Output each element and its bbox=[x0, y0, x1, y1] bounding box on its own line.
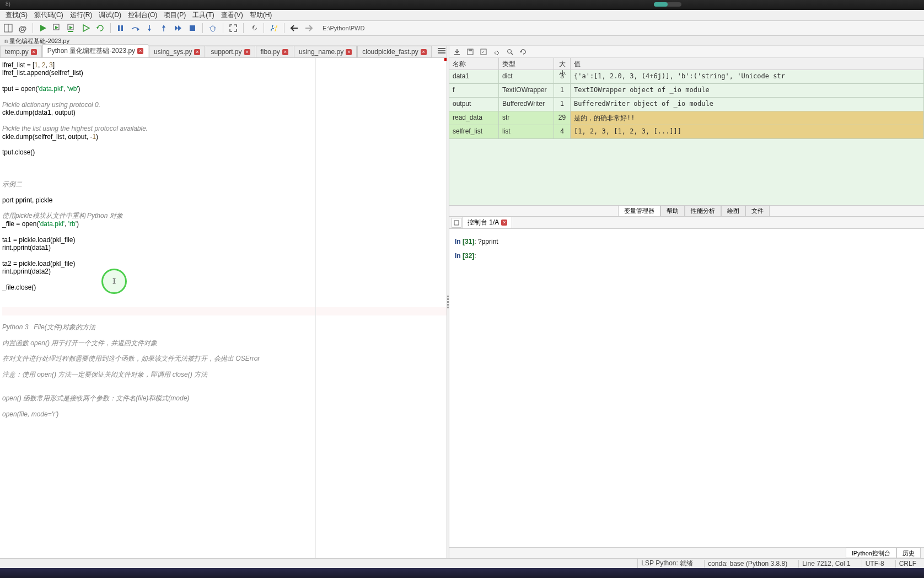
menu-source[interactable]: 源代码(C) bbox=[31, 9, 67, 21]
close-icon[interactable]: × bbox=[244, 49, 250, 55]
svg-marker-9 bbox=[96, 27, 99, 29]
editor-tab-using-name[interactable]: using_name.py× bbox=[294, 46, 357, 57]
run-cell-advance-icon[interactable] bbox=[66, 22, 78, 34]
pane-icon[interactable] bbox=[2, 22, 14, 34]
debug-stop-icon[interactable] bbox=[186, 22, 198, 34]
maximize-icon[interactable] bbox=[227, 22, 239, 34]
tab-perf[interactable]: 性能分析 bbox=[685, 205, 721, 217]
code-editor[interactable]: lfref_list = [1, 2, 3]lfref_list.append(… bbox=[0, 58, 447, 558]
editor-pane: temp.py× Python 量化编程基础-2023.py× using_sy… bbox=[0, 46, 447, 558]
svg-marker-16 bbox=[162, 25, 165, 28]
menu-project[interactable]: 项目(P) bbox=[160, 9, 189, 21]
var-toolbar bbox=[449, 46, 924, 58]
var-table: 名称 类型 大小 值 data1dict3{'a':[1, 2.0, 3, (4… bbox=[449, 58, 924, 205]
refresh-icon[interactable] bbox=[519, 47, 528, 56]
console-menu-icon[interactable] bbox=[452, 218, 461, 228]
run-cell-icon[interactable] bbox=[51, 22, 63, 34]
search-icon[interactable] bbox=[506, 47, 514, 56]
editor-tab-fibo[interactable]: fibo.py× bbox=[256, 46, 293, 57]
close-icon[interactable]: × bbox=[137, 48, 143, 54]
wrench-icon[interactable] bbox=[248, 22, 260, 34]
svg-marker-8 bbox=[83, 25, 89, 31]
debug-bug-icon[interactable] bbox=[207, 22, 219, 34]
svg-line-27 bbox=[511, 53, 513, 55]
status-line: Line 7212, Col 1 bbox=[798, 560, 853, 568]
menu-console[interactable]: 控制台(O) bbox=[125, 9, 160, 21]
rerun-icon[interactable] bbox=[94, 22, 106, 34]
close-icon[interactable]: × bbox=[31, 49, 37, 55]
var-row[interactable]: data1dict3{'a':[1, 2.0, 3, (4+6j)], 'b':… bbox=[449, 70, 924, 84]
window-time-label: 8) bbox=[6, 1, 10, 7]
var-row[interactable]: fTextIOWrapper1TextIOWrapper object of _… bbox=[449, 84, 924, 98]
var-row[interactable]: outputBufferedWriter1BufferedWriter obje… bbox=[449, 98, 924, 111]
svg-marker-18 bbox=[178, 25, 181, 31]
main-toolbar: @ E:\Python\PWD bbox=[0, 21, 924, 36]
console-tab[interactable]: 控制台 1/A × bbox=[463, 216, 512, 229]
var-header-name[interactable]: 名称 bbox=[449, 58, 499, 70]
variable-explorer: 名称 类型 大小 值 data1dict3{'a':[1, 2.0, 3, (4… bbox=[449, 46, 924, 217]
var-row[interactable]: selfref_listlist4[1, 2, 3, [1, 2, 3, [..… bbox=[449, 125, 924, 139]
eraser-icon[interactable] bbox=[492, 47, 501, 56]
vertical-splitter[interactable] bbox=[447, 46, 449, 558]
svg-rect-29 bbox=[454, 221, 459, 225]
var-header-value[interactable]: 值 bbox=[571, 58, 924, 70]
menu-help[interactable]: 帮助(H) bbox=[246, 9, 276, 21]
menu-bar: 查找(S) 源代码(C) 运行(R) 调试(D) 控制台(O) 项目(P) 工具… bbox=[0, 10, 924, 21]
close-icon[interactable]: × bbox=[282, 49, 288, 55]
close-icon[interactable]: × bbox=[501, 220, 507, 226]
svg-marker-2 bbox=[40, 25, 46, 31]
hamburger-icon[interactable] bbox=[438, 47, 445, 55]
close-icon[interactable]: × bbox=[421, 49, 427, 55]
console-output[interactable]: In [31]: ?pprintIn [32]: bbox=[449, 229, 924, 547]
menu-tools[interactable]: 工具(T) bbox=[189, 9, 217, 21]
var-table-header: 名称 类型 大小 值 bbox=[449, 58, 924, 70]
svg-marker-4 bbox=[55, 26, 58, 29]
nav-forward-icon[interactable] bbox=[303, 22, 315, 34]
var-header-type[interactable]: 类型 bbox=[499, 58, 554, 70]
right-panel-tabs: 变量管理器 帮助 性能分析 绘图 文件 bbox=[449, 205, 924, 216]
save-as-icon[interactable] bbox=[479, 47, 488, 56]
svg-rect-24 bbox=[469, 49, 472, 51]
debug-step-over-icon[interactable] bbox=[129, 22, 141, 34]
debug-step-in-icon[interactable] bbox=[143, 22, 155, 34]
python-icon[interactable] bbox=[268, 22, 280, 34]
menu-run[interactable]: 运行(R) bbox=[67, 9, 96, 21]
svg-rect-19 bbox=[190, 25, 195, 31]
status-conda[interactable]: conda: base (Python 3.8.8) bbox=[704, 560, 791, 568]
svg-rect-11 bbox=[121, 25, 123, 31]
tab-plot[interactable]: 绘图 bbox=[721, 205, 745, 217]
editor-tab-main[interactable]: Python 量化编程基础-2023.py× bbox=[42, 44, 148, 57]
svg-marker-12 bbox=[137, 28, 139, 31]
svg-point-20 bbox=[211, 26, 215, 31]
tab-variables[interactable]: 变量管理器 bbox=[618, 205, 660, 217]
save-icon[interactable] bbox=[466, 47, 475, 56]
tab-history[interactable]: 历史 bbox=[896, 548, 921, 558]
debug-pause-icon[interactable] bbox=[115, 22, 127, 34]
editor-tab-using-sys[interactable]: using_sys.py× bbox=[149, 46, 205, 57]
run-selection-icon[interactable] bbox=[80, 22, 92, 34]
run-icon[interactable] bbox=[37, 22, 49, 34]
var-header-size[interactable]: 大小 bbox=[554, 58, 571, 70]
nav-back-icon[interactable] bbox=[288, 22, 300, 34]
tab-files[interactable]: 文件 bbox=[745, 205, 770, 217]
menu-debug[interactable]: 调试(D) bbox=[95, 9, 125, 21]
at-icon[interactable]: @ bbox=[17, 22, 29, 34]
tab-ipython[interactable]: IPython控制台 bbox=[846, 548, 896, 558]
var-row[interactable]: read_datastr29是的，的确非常好!! bbox=[449, 111, 924, 125]
os-taskbar[interactable] bbox=[0, 568, 924, 578]
tab-help[interactable]: 帮助 bbox=[660, 205, 685, 217]
editor-tab-temp[interactable]: temp.py× bbox=[0, 46, 42, 57]
close-icon[interactable]: × bbox=[346, 49, 352, 55]
debug-continue-icon[interactable] bbox=[172, 22, 184, 34]
cursor-highlight: I bbox=[101, 269, 127, 294]
console-bottom-tabs: IPython控制台 历史 bbox=[449, 547, 924, 558]
editor-tab-cloudpickle[interactable]: cloudpickle_fast.py× bbox=[357, 46, 431, 57]
window-titlebar: 8) bbox=[0, 0, 924, 10]
close-icon[interactable]: × bbox=[194, 49, 200, 55]
menu-view[interactable]: 查看(V) bbox=[218, 9, 246, 21]
editor-tab-support[interactable]: support.py× bbox=[206, 46, 255, 57]
import-icon[interactable] bbox=[453, 47, 461, 56]
status-lsp: LSP Python: 就绪 bbox=[637, 559, 696, 568]
debug-step-out-icon[interactable] bbox=[158, 22, 170, 34]
menu-find[interactable]: 查找(S) bbox=[2, 9, 31, 21]
